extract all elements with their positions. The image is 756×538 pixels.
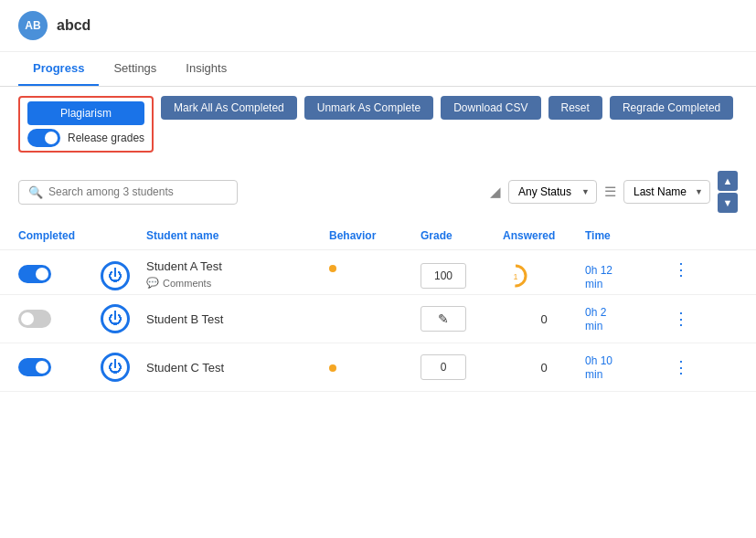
filter-row: 🔍 ◢ Any Status Completed Not Started ☰ L…	[0, 162, 756, 222]
reset-button[interactable]: Reset	[548, 96, 602, 120]
sort-icon: ☰	[604, 184, 616, 200]
pen-icon: ✎	[438, 311, 449, 326]
plagiarism-button[interactable]: Plagiarism	[27, 101, 144, 125]
sort-asc-button[interactable]: ▲	[718, 171, 738, 191]
plagiarism-group: Plagiarism Release grades	[18, 96, 154, 153]
tab-insights[interactable]: Insights	[171, 52, 241, 86]
svg-text:1: 1	[513, 272, 517, 281]
avatar: AB	[18, 11, 48, 40]
tab-settings[interactable]: Settings	[99, 52, 171, 86]
nav-tabs: Progress Settings Insights	[0, 52, 756, 87]
search-icon: 🔍	[28, 185, 43, 199]
col-time: Time	[585, 229, 667, 242]
row2-grade[interactable]: ✎	[421, 306, 466, 332]
filter-icon: ◢	[490, 184, 501, 200]
row3-answered: 0	[503, 361, 585, 374]
row2-student-name: Student B Test	[146, 312, 329, 326]
sort-arrows: ▲ ▼	[718, 171, 738, 213]
row1-time: 0h 12min	[585, 259, 667, 290]
row2-answered: 0	[503, 312, 585, 326]
release-grades-label: Release grades	[68, 132, 144, 144]
col-answered: Answered	[503, 229, 585, 242]
col-icon	[101, 229, 146, 242]
comment-icon: 💬	[146, 277, 159, 289]
tab-progress[interactable]: Progress	[18, 52, 99, 86]
row1-power-icon: ⏻	[101, 261, 130, 290]
row3-completed-toggle[interactable]	[18, 358, 51, 376]
row2-menu-button[interactable]: ⋮	[667, 309, 695, 329]
col-completed: Completed	[18, 229, 101, 242]
row2-time: 0h 2min	[585, 305, 667, 332]
sort-select[interactable]: Last Name First Name Grade	[623, 180, 710, 204]
toolbar: Plagiarism Release grades Mark All As Co…	[0, 87, 756, 162]
row2-power-icon: ⏻	[101, 304, 130, 333]
release-grades-row: Release grades	[27, 129, 144, 147]
row1-answered-partial-icon: 1	[503, 263, 528, 289]
regrade-button[interactable]: Regrade Completed	[610, 96, 733, 120]
table-header: Completed Student name Behavior Grade An…	[0, 222, 756, 250]
row1-menu-button[interactable]: ⋮	[667, 259, 695, 280]
col-student-name: Student name	[146, 229, 329, 242]
search-box: 🔍	[18, 180, 238, 205]
row3-menu-button[interactable]: ⋮	[667, 357, 695, 377]
row3-grade[interactable]: 0	[421, 354, 466, 380]
status-select[interactable]: Any Status Completed Not Started	[508, 180, 597, 204]
sort-select-wrapper: Last Name First Name Grade	[623, 180, 710, 204]
table-row: ⏻ Student C Test 0 0 0h 10min ⋮	[0, 343, 756, 392]
mark-all-button[interactable]: Mark All As Completed	[161, 96, 297, 120]
search-input[interactable]	[48, 185, 228, 198]
unmark-button[interactable]: Unmark As Complete	[304, 96, 433, 120]
username: abcd	[57, 17, 91, 34]
row3-behavior	[329, 361, 421, 374]
header: AB abcd	[0, 0, 756, 52]
col-grade: Grade	[421, 229, 503, 242]
row1-completed-toggle[interactable]	[18, 265, 51, 283]
row3-behavior-dot	[329, 364, 336, 372]
status-select-wrapper: Any Status Completed Not Started	[508, 180, 597, 204]
download-button[interactable]: Download CSV	[441, 96, 540, 120]
row2-completed-toggle[interactable]	[18, 310, 51, 328]
row1-student-info: Student A Test 💬 Comments	[146, 259, 329, 289]
row3-student-name: Student C Test	[146, 361, 329, 374]
table-row: ⏻ Student A Test 💬 Comments 100 1 0h 1	[0, 250, 756, 295]
row1-grade[interactable]: 100	[421, 263, 466, 289]
row3-time: 0h 10min	[585, 353, 667, 381]
row1-behavior-dot	[329, 265, 336, 272]
col-behavior: Behavior	[329, 229, 421, 242]
sort-desc-button[interactable]: ▼	[718, 193, 738, 213]
row3-power-icon: ⏻	[101, 353, 130, 382]
filter-group: ◢ Any Status Completed Not Started ☰ Las…	[490, 171, 738, 213]
release-grades-toggle[interactable]	[27, 129, 60, 147]
row1-comments: 💬 Comments	[146, 277, 329, 289]
row1-comments-label: Comments	[163, 278, 211, 289]
table-row: ⏻ Student B Test ✎ 0 0h 2min ⋮	[0, 295, 756, 343]
row1-student-name: Student A Test	[146, 259, 329, 273]
